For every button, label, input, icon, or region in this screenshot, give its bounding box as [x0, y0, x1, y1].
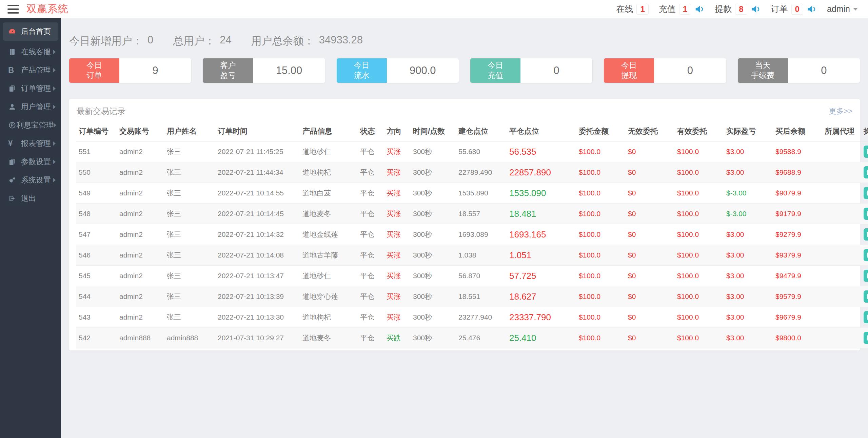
sidebar-item-label: 利息宝管理	[16, 120, 54, 130]
speaker-icon[interactable]	[751, 4, 761, 14]
username: 张三	[164, 224, 215, 245]
order-detail-button[interactable]	[864, 311, 868, 323]
balance-after: $9479.9	[773, 266, 822, 286]
order-detail-button[interactable]	[864, 228, 868, 241]
order-detail-button[interactable]	[864, 332, 868, 344]
sidebar-item-label: 用户管理	[21, 102, 53, 112]
entrust-amount: $100.0	[576, 224, 625, 245]
column-header: 产品信息	[300, 121, 357, 141]
profit: $3.00	[724, 286, 773, 307]
account: admin2	[117, 141, 164, 162]
action-cell	[861, 245, 868, 266]
username: 张三	[164, 307, 215, 328]
form-icon	[866, 313, 868, 321]
summary-label: 总用户：	[173, 34, 215, 48]
sidebar-item-order-mgmt[interactable]: 订单管理	[0, 79, 61, 98]
order-detail-button[interactable]	[864, 166, 868, 178]
valid-entrust: $100.0	[674, 245, 724, 266]
chevron-right-icon	[53, 104, 56, 109]
invalid-entrust: $0	[625, 141, 674, 162]
valid-entrust: $100.0	[674, 204, 724, 224]
order-time: 2022-07-21 10:14:45	[215, 204, 300, 224]
order-id: 546	[76, 245, 117, 266]
column-header: 订单编号	[76, 121, 117, 141]
menu-icon[interactable]	[7, 5, 19, 14]
summary-new-users-today: 今日新增用户： 0	[69, 34, 153, 48]
column-header: 时间/点数	[410, 121, 456, 141]
speaker-icon[interactable]	[807, 4, 817, 14]
order-detail-button[interactable]	[864, 249, 868, 261]
status: 平仓	[357, 224, 384, 245]
close-point: 1.051	[507, 245, 576, 266]
topbar-stat-count: 1	[636, 4, 648, 15]
form-icon	[866, 230, 868, 239]
balance-after: $9588.9	[773, 141, 822, 162]
close-point: 1693.165	[507, 224, 576, 245]
profit: $3.00	[724, 328, 773, 348]
open-point: 1693.089	[456, 224, 507, 245]
order-id: 551	[76, 141, 117, 162]
direction: 买涨	[384, 307, 410, 328]
product: 道地麦冬	[300, 328, 357, 348]
trades-table: 订单编号交易账号用户姓名订单时间产品信息状态方向时间/点数建仓点位平仓点位委托金…	[76, 121, 868, 348]
more-link[interactable]: 更多>>	[829, 106, 852, 116]
sidebar-item-product-mgmt[interactable]: B产品管理	[0, 61, 61, 79]
caret-down-icon	[853, 8, 858, 11]
sidebar-item-user-mgmt[interactable]: 用户管理	[0, 98, 61, 116]
username: admin888	[164, 328, 215, 348]
order-time: 2022-07-21 10:14:08	[215, 245, 300, 266]
stat-card-value: 0	[654, 58, 726, 83]
stat-card-label: 今日订单	[69, 58, 119, 83]
order-detail-button[interactable]	[864, 146, 868, 158]
valid-entrust: $100.0	[674, 224, 724, 245]
user-menu[interactable]: admin	[827, 4, 858, 14]
order-detail-button[interactable]	[864, 208, 868, 220]
topbar-stat-label: 提款	[715, 3, 732, 15]
yen-icon: ¥	[8, 139, 21, 148]
status: 平仓	[357, 328, 384, 348]
status: 平仓	[357, 183, 384, 204]
sidebar-item-label: 系统设置	[21, 175, 53, 185]
column-header: 委托金额	[576, 121, 625, 141]
order-detail-button[interactable]	[864, 187, 868, 199]
sidebar-item-online-service[interactable]: 在线客服	[0, 43, 61, 61]
order-detail-button[interactable]	[864, 270, 868, 282]
form-icon	[866, 210, 868, 218]
form-icon	[866, 148, 868, 156]
action-cell	[861, 141, 868, 162]
direction: 买涨	[384, 183, 410, 204]
balance-after: $9079.9	[773, 183, 822, 204]
chevron-right-icon	[53, 86, 56, 91]
balance-after: $9379.9	[773, 245, 822, 266]
sidebar-item-system-settings[interactable]: 系统设置	[0, 171, 61, 189]
sidebar-item-param-settings[interactable]: 参数设置	[0, 153, 61, 171]
sidebar-item-report-mgmt[interactable]: ¥报表管理	[0, 134, 61, 153]
profit: $3.00	[724, 245, 773, 266]
invalid-entrust: $0	[625, 245, 674, 266]
summary-value: 24	[220, 34, 231, 48]
close-point: 57.725	[507, 266, 576, 286]
product: 道地金线莲	[300, 224, 357, 245]
open-point: 18.557	[456, 204, 507, 224]
table-row: 545admin2张三2022-07-21 10:13:47道地砂仁平仓买涨30…	[76, 266, 868, 286]
open-point: 25.476	[456, 328, 507, 348]
duration: 300秒	[410, 224, 456, 245]
order-detail-button[interactable]	[864, 290, 868, 303]
balance-after: $9800.0	[773, 328, 822, 348]
product: 道地穿心莲	[300, 286, 357, 307]
order-id: 543	[76, 307, 117, 328]
entrust-amount: $100.0	[576, 141, 625, 162]
sidebar-item-logout[interactable]: 退出	[0, 189, 61, 208]
topbar-stat-withdraw: 提款8	[715, 3, 761, 15]
duration: 300秒	[410, 328, 456, 348]
order-id: 542	[76, 328, 117, 348]
status: 平仓	[357, 245, 384, 266]
column-header: 买后余额	[773, 121, 822, 141]
direction: 买涨	[384, 286, 410, 307]
pinterest-icon: P	[8, 121, 16, 129]
sidebar-item-lixibao-mgmt[interactable]: P利息宝管理	[0, 116, 61, 134]
duration: 300秒	[410, 245, 456, 266]
speaker-icon[interactable]	[694, 4, 705, 14]
sidebar-item-home[interactable]: 后台首页	[3, 22, 58, 41]
balance-after: $9679.9	[773, 307, 822, 328]
